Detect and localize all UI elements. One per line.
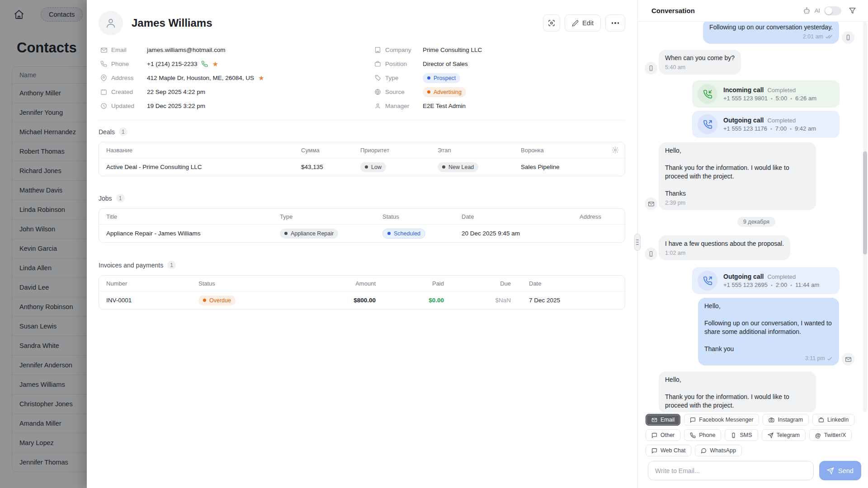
sms-channel-icon: [842, 31, 854, 44]
channel-linkedin[interactable]: LinkedIn: [812, 414, 854, 426]
favorite-star-icon[interactable]: ★: [258, 75, 264, 81]
field-email: Email james.williams@hotmail.com: [99, 43, 374, 57]
invoices-section-title: Invoices and payments 1: [99, 261, 638, 269]
channel-other[interactable]: Other: [646, 429, 680, 441]
deals-count-badge: 1: [119, 127, 127, 136]
channel-email[interactable]: Email: [646, 414, 680, 426]
invoices-table-header: Number Status Amount Paid Due Date: [99, 276, 625, 291]
jobs-count-badge: 1: [116, 194, 125, 202]
mobile-icon: [731, 432, 736, 438]
channel-phone[interactable]: Phone: [684, 429, 721, 441]
call-title: Outgoing call: [723, 273, 764, 280]
contact-details: Email james.williams@hotmail.com Phone +…: [87, 35, 638, 113]
email-channel-icon: [645, 197, 657, 210]
message-incoming-sms: I have a few questions about the proposa…: [645, 235, 868, 260]
invoices-table: Number Status Amount Paid Due Date INV-0…: [99, 275, 625, 310]
table-row[interactable]: Appliance Repair - James Williams Applia…: [99, 224, 625, 242]
message-text: Thank you for the information. I would l…: [665, 164, 810, 181]
channel-web-chat[interactable]: Web Chat: [646, 445, 691, 456]
call-title: Outgoing call: [723, 117, 764, 124]
table-row[interactable]: Active Deal - Prime Consulting LLC $43,1…: [99, 158, 625, 176]
phone-icon: [690, 432, 696, 438]
avatar: [99, 11, 123, 35]
invoices-count-badge: 1: [167, 261, 176, 269]
incoming-call-icon: [698, 84, 717, 104]
invoice-amount: $800.00: [307, 297, 380, 304]
outgoing-call-icon: [698, 271, 717, 291]
call-action-icon[interactable]: [201, 61, 208, 67]
map-pin-icon: [100, 75, 108, 81]
contact-detail-panel: James Williams Edit Email james: [87, 0, 638, 488]
message-text: Hello,: [665, 146, 810, 155]
manager-value[interactable]: E2E Test Admin: [423, 103, 466, 109]
job-date: 20 Dec 2025 9:45 am: [462, 230, 580, 237]
invoice-number: INV-0001: [99, 297, 198, 304]
message-text: Hello,: [704, 302, 833, 310]
message-text: I have a few questions about the proposa…: [665, 239, 784, 248]
channel-telegram[interactable]: Telegram: [762, 429, 806, 441]
message-incoming-email: Hello, Thank you for the information. I …: [645, 142, 868, 210]
call-status: Completed: [767, 273, 796, 280]
scan-view-button[interactable]: [543, 14, 560, 32]
at-icon: @: [815, 432, 821, 438]
outgoing-call-card: Outgoing callCompleted +1 555 123 26952:…: [692, 267, 840, 294]
message-composer: Send: [638, 456, 868, 480]
channel-selector: Email Facebook Messenger Instagram Linke…: [638, 412, 868, 456]
edit-button[interactable]: Edit: [565, 14, 601, 32]
message-input[interactable]: [648, 461, 814, 480]
send-button[interactable]: Send: [819, 461, 861, 480]
field-address: Address 412 Maple Dr, Houston, ME, 26084…: [99, 71, 374, 85]
date-divider: 9 декабря: [645, 217, 868, 227]
building-icon: [374, 47, 382, 53]
priority-badge: Low: [360, 162, 386, 172]
paper-plane-icon: [768, 432, 774, 438]
message-incoming-email: Hello, Thank you for the information. I …: [645, 371, 868, 412]
stage-badge: New Lead: [438, 162, 478, 172]
ellipsis-icon: [612, 22, 619, 24]
message-text: Following up on our conversation yesterd…: [709, 23, 833, 32]
scrollbar-thumb[interactable]: [863, 151, 867, 254]
table-row[interactable]: INV-0001 Overdue $800.00 $0.00 $NaN 7 De…: [99, 291, 625, 309]
contact-name: James Williams: [132, 17, 212, 29]
message-list: Following up on our conversation yesterd…: [638, 22, 868, 412]
call-phone: +1 555 123 1176: [723, 125, 767, 132]
header-actions: Edit: [543, 14, 625, 32]
edit-button-label: Edit: [582, 19, 594, 27]
table-settings-gear-icon[interactable]: [612, 146, 625, 154]
favorite-star-icon[interactable]: ★: [212, 61, 218, 67]
contact-header: James Williams Edit: [87, 0, 638, 35]
paper-plane-icon: [827, 467, 834, 474]
channel-sms[interactable]: SMS: [725, 429, 758, 441]
chat-bubble-icon: [651, 432, 657, 438]
position-value: Director of Sales: [423, 61, 468, 67]
call-time: 6:26 am: [795, 95, 816, 102]
more-actions-button[interactable]: [605, 14, 625, 32]
email-value[interactable]: james.williams@hotmail.com: [147, 47, 226, 53]
call-duration: 7:00: [775, 125, 787, 132]
channel-twitter-x[interactable]: @Twitter/X: [809, 429, 852, 441]
call-status: Completed: [767, 87, 796, 94]
modal-backdrop[interactable]: [0, 0, 87, 488]
filter-icon[interactable]: [849, 7, 856, 14]
deals-section-title: Deals 1: [99, 127, 638, 136]
channel-facebook-messenger[interactable]: Facebook Messenger: [684, 414, 759, 426]
field-phone: Phone +1 (214) 215-2233 ★: [99, 57, 374, 71]
chat-bubble-icon: [651, 448, 657, 454]
call-time: 11:44 am: [795, 282, 819, 288]
channel-instagram[interactable]: Instagram: [763, 414, 809, 426]
ai-toggle-label: AI: [815, 7, 820, 14]
message-outgoing-sms: Following up on our conversation yesterd…: [645, 22, 854, 44]
message-text: Following up on our conversation, I want…: [704, 319, 833, 336]
company-value[interactable]: Prime Consulting LLC: [423, 47, 482, 53]
conversation-panel: Conversation AI Following up on our conv…: [637, 0, 868, 488]
app-root: Contacts Contacts Name Anthony Miller Je…: [0, 0, 868, 488]
message-text: Thanks: [665, 189, 810, 198]
channel-whatsapp[interactable]: WhatsApp: [695, 445, 742, 456]
jobs-section-title: Jobs 1: [99, 194, 638, 202]
ai-toggle[interactable]: [824, 6, 841, 15]
envelope-icon: [100, 47, 108, 54]
panel-resize-handle[interactable]: [634, 234, 641, 251]
camera-icon: [769, 417, 774, 423]
phone-value[interactable]: +1 (214) 215-2233: [147, 61, 197, 67]
field-updated: Updated 19 Dec 2025 3:22 pm: [99, 99, 374, 113]
